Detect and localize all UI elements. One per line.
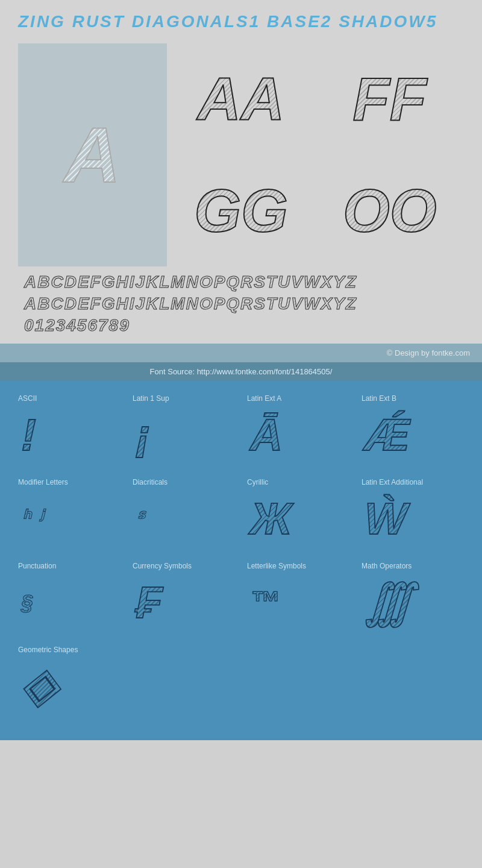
- glyph-cell-right-A: A: [18, 43, 167, 266]
- charset-label-currency: Currency Symbols: [133, 562, 235, 570]
- charset-glyph-latinextb: Ǽ: [365, 409, 410, 461]
- charset-glyph-math: ∭: [365, 576, 412, 629]
- charset-label-cyrillic: Cyrillic: [247, 478, 349, 486]
- charset-cell-modifier: Modifier Letters ʰ ʲ: [12, 471, 127, 555]
- charset-glyph-area-latinexta: Ā: [247, 407, 349, 462]
- charset-glyph-punctuation: §: [21, 590, 33, 614]
- charset-glyph-modifier2: ʲ: [39, 506, 42, 530]
- glyph-cell-OO: OO: [315, 155, 464, 266]
- alphabet-lowercase: ABCDEFGHIJKLMNOPQRSTUVWXYZ: [24, 294, 458, 313]
- charset-glyph-latinextadditional: Ẁ: [365, 492, 407, 544]
- charset-glyph-area-ascii: !: [18, 407, 120, 462]
- charset-cell-currency: Currency Symbols ₣: [127, 555, 241, 638]
- charset-glyph-cyrillic: Ж: [250, 492, 292, 544]
- top-preview-section: ZING RUST DIAGONALS1 BASE2 SHADOW5 AA FF…: [0, 0, 482, 344]
- charset-glyph-area-modifier: ʰ ʲ: [18, 491, 120, 546]
- charset-cell-math: Math Operators ∭: [355, 555, 470, 638]
- glyph-GG: GG: [194, 176, 288, 245]
- charset-glyph-area-geometric: ◈: [18, 659, 120, 713]
- charset-grid: ASCII ! Latin 1 Sup ¡ Latin Ext A Ā Lati…: [12, 387, 470, 722]
- charset-cell-geometric: Geometric Shapes ◈: [12, 638, 127, 722]
- charset-glyph-area-cyrillic: Ж: [247, 491, 349, 546]
- charset-glyph-area-latin1sup: ¡: [133, 407, 235, 462]
- charset-label-punctuation: Punctuation: [18, 562, 120, 570]
- charset-label-latinextadditional: Latin Ext Additional: [362, 478, 464, 486]
- font-title: ZING RUST DIAGONALS1 BASE2 SHADOW5: [18, 12, 464, 31]
- glyph-OO: OO: [343, 176, 437, 245]
- charset-label-ascii: ASCII: [18, 394, 120, 403]
- charset-glyph-latin1sup: ¡: [136, 409, 151, 461]
- modifier-glyph-pair: ʰ ʲ: [21, 506, 42, 530]
- charset-glyph-geometric: ◈: [21, 659, 56, 712]
- charset-label-geometric: Geometric Shapes: [18, 646, 120, 654]
- charset-glyph-letterlike: ™: [250, 585, 280, 620]
- charset-label-latinextb: Latin Ext B: [362, 394, 464, 403]
- alphabet-uppercase: ABCDEFGHIJKLMNOPQRSTUVWXYZ: [24, 272, 458, 292]
- charset-glyph-area-math: ∭: [362, 575, 464, 629]
- charset-cell-latinexta: Latin Ext A Ā: [241, 387, 355, 471]
- alphabet-digits: 0123456789: [24, 316, 458, 335]
- charset-label-modifier: Modifier Letters: [18, 478, 120, 486]
- charset-glyph-ascii: !: [21, 409, 36, 461]
- glyph-AA: AA: [198, 64, 284, 134]
- glyph-cell-FF: FF: [315, 43, 464, 155]
- source-bar: Font Source: http://www.fontke.com/font/…: [0, 362, 482, 381]
- glyph-A-large: A: [64, 110, 120, 200]
- charset-label-diacriticals: Diacriticals: [133, 478, 235, 486]
- charset-label-latin1sup: Latin 1 Sup: [133, 394, 235, 403]
- glyph-cell-AA: AA: [167, 43, 316, 155]
- charset-cell-punctuation: Punctuation §: [12, 555, 127, 638]
- charset-glyph-area-currency: ₣: [133, 575, 235, 629]
- charset-cell-letterlike: Letterlike Symbols ™: [241, 555, 355, 638]
- charset-label-letterlike: Letterlike Symbols: [247, 562, 349, 570]
- charset-cell-cyrillic: Cyrillic Ж: [241, 471, 355, 555]
- glyph-FF: FF: [353, 64, 427, 134]
- charset-cell-latinextadditional: Latin Ext Additional Ẁ: [355, 471, 470, 555]
- charset-glyph-diacriticals: ˢ: [136, 506, 143, 530]
- charset-glyph-area-letterlike: ™: [247, 575, 349, 629]
- charset-glyph-latinexta: Ā: [250, 409, 283, 461]
- charset-glyph-currency: ₣: [136, 576, 161, 628]
- charset-glyph-area-latinextb: Ǽ: [362, 407, 464, 462]
- charset-cell-diacriticals: Diacriticals ˢ: [127, 471, 241, 555]
- charset-glyph-area-punctuation: §: [18, 575, 120, 629]
- charset-glyph-area-latinextadditional: Ẁ: [362, 491, 464, 546]
- charset-cell-ascii: ASCII !: [12, 387, 127, 471]
- copyright-text: © Design by fontke.com: [387, 348, 470, 357]
- charset-label-math: Math Operators: [362, 562, 464, 570]
- alphabet-preview: ABCDEFGHIJKLMNOPQRSTUVWXYZ ABCDEFGHIJKLM…: [18, 272, 464, 335]
- charset-cell-latinextb: Latin Ext B Ǽ: [355, 387, 470, 471]
- charset-cell-latin1sup: Latin 1 Sup ¡: [127, 387, 241, 471]
- copyright-bar: © Design by fontke.com: [0, 344, 482, 362]
- charset-label-latinexta: Latin Ext A: [247, 394, 349, 403]
- charset-glyph-area-diacriticals: ˢ: [133, 491, 235, 546]
- source-text: Font Source: http://www.fontke.com/font/…: [150, 367, 333, 376]
- bottom-charset-section: ASCII ! Latin 1 Sup ¡ Latin Ext A Ā Lati…: [0, 381, 482, 740]
- charset-glyph-modifier1: ʰ: [21, 506, 30, 530]
- glyph-cell-GG: GG: [167, 155, 316, 266]
